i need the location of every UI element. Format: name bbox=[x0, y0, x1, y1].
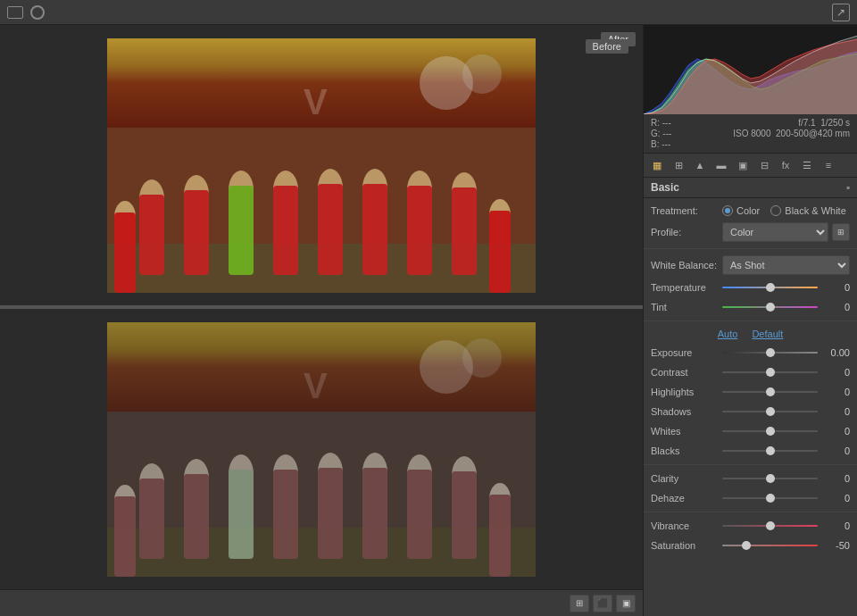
contrast-label: Contrast bbox=[651, 367, 722, 378]
clarity-value: 0 bbox=[818, 473, 850, 484]
histogram-tool-icon[interactable]: ▦ bbox=[649, 157, 665, 173]
highlights-thumb[interactable] bbox=[766, 387, 775, 396]
saturation-slider[interactable] bbox=[722, 539, 818, 552]
whites-slider[interactable] bbox=[722, 425, 818, 437]
treatment-bw[interactable]: Black & White bbox=[770, 205, 845, 216]
controls-area: Treatment: Color Black & White Profile: bbox=[644, 198, 857, 616]
treatment-radio-group: Color Black & White bbox=[722, 205, 846, 216]
profile-grid-icon[interactable]: ⊞ bbox=[832, 223, 850, 241]
dehaze-thumb[interactable] bbox=[766, 494, 775, 503]
exposure-slider[interactable] bbox=[722, 346, 818, 359]
clarity-slider[interactable] bbox=[722, 472, 818, 485]
whites-thumb[interactable] bbox=[766, 427, 775, 436]
saturation-value: -50 bbox=[818, 540, 850, 551]
split-btn[interactable]: ⬛ bbox=[593, 595, 612, 612]
profile-select[interactable]: Color bbox=[722, 222, 828, 242]
svg-text:V: V bbox=[304, 366, 328, 405]
tint-slider[interactable] bbox=[722, 301, 818, 313]
shadows-value: 0 bbox=[818, 406, 850, 417]
temperature-thumb[interactable] bbox=[766, 283, 775, 292]
vibrance-thumb[interactable] bbox=[766, 521, 775, 530]
svg-rect-40 bbox=[318, 468, 343, 559]
blacks-value: 0 bbox=[818, 445, 850, 456]
svg-rect-14 bbox=[318, 184, 343, 275]
tint-thumb[interactable] bbox=[766, 303, 775, 312]
treatment-label: Treatment: bbox=[651, 205, 722, 216]
dehaze-slider[interactable] bbox=[722, 492, 818, 504]
calibration-icon[interactable]: ☰ bbox=[799, 157, 815, 173]
circle-icon[interactable] bbox=[30, 5, 45, 20]
grid-view-icon[interactable] bbox=[7, 6, 23, 19]
temperature-label: Temperature bbox=[651, 282, 722, 293]
svg-rect-36 bbox=[229, 470, 254, 559]
blacks-thumb[interactable] bbox=[766, 446, 775, 455]
hsl-icon[interactable]: ▬ bbox=[713, 157, 729, 173]
svg-rect-46 bbox=[452, 471, 477, 559]
before-label[interactable]: Before bbox=[586, 39, 628, 54]
more-tools-icon[interactable]: ≡ bbox=[820, 157, 836, 173]
auto-default-row: Auto Default bbox=[644, 325, 857, 343]
info-bar: R: --- G: --- B: --- f/7.1 1/250 s ISO 8… bbox=[644, 114, 857, 154]
g-info: G: --- bbox=[651, 129, 671, 138]
dehaze-row: Dehaze 0 bbox=[644, 488, 857, 508]
temperature-slider[interactable] bbox=[722, 281, 818, 294]
svg-rect-20 bbox=[452, 187, 477, 275]
highlights-value: 0 bbox=[818, 387, 850, 397]
clarity-row: Clarity 0 bbox=[644, 469, 857, 488]
svg-rect-24 bbox=[489, 211, 511, 293]
r-info: R: --- bbox=[651, 118, 671, 128]
shadows-slider[interactable] bbox=[722, 405, 818, 418]
bw-radio[interactable] bbox=[770, 205, 781, 216]
blacks-slider[interactable] bbox=[722, 445, 818, 457]
photo-area: V Before After bbox=[0, 25, 643, 616]
saturation-row: Saturation -50 bbox=[644, 536, 857, 555]
shadows-thumb[interactable] bbox=[766, 407, 775, 416]
contrast-row: Contrast 0 bbox=[644, 362, 857, 382]
saturation-label: Saturation bbox=[651, 540, 722, 551]
white-balance-select[interactable]: As Shot Auto Daylight Cloudy Shade Tungs… bbox=[722, 255, 850, 275]
vibrance-row: Vibrance 0 bbox=[644, 516, 857, 536]
grid-btn[interactable]: ⊞ bbox=[570, 595, 589, 612]
exposure-label: Exposure bbox=[651, 347, 722, 358]
svg-rect-38 bbox=[273, 470, 298, 559]
contrast-thumb[interactable] bbox=[766, 368, 775, 377]
whites-label: Whites bbox=[651, 426, 722, 437]
svg-rect-42 bbox=[362, 468, 387, 559]
effects-icon[interactable]: fx bbox=[778, 157, 794, 173]
color-grading-icon[interactable]: ▣ bbox=[735, 157, 751, 173]
default-button[interactable]: Default bbox=[752, 329, 783, 339]
whites-value: 0 bbox=[818, 426, 850, 437]
tint-value: 0 bbox=[818, 302, 850, 312]
temperature-value: 0 bbox=[818, 282, 850, 293]
vibrance-value: 0 bbox=[818, 520, 850, 531]
vibrance-slider[interactable] bbox=[722, 520, 818, 532]
treatment-row: Treatment: Color Black & White bbox=[644, 202, 857, 220]
treatment-color[interactable]: Color bbox=[722, 205, 760, 216]
whites-row: Whites 0 bbox=[644, 421, 857, 441]
highlights-slider[interactable] bbox=[722, 386, 818, 398]
saturation-thumb[interactable] bbox=[742, 541, 751, 550]
exposure-row: Exposure 0.00 bbox=[644, 343, 857, 362]
tone-curve-icon[interactable]: ▲ bbox=[692, 157, 708, 173]
crop-tool-icon[interactable]: ⊞ bbox=[670, 157, 686, 173]
contrast-value: 0 bbox=[818, 367, 850, 378]
photo-bottom-toolbar: ⊞ ⬛ ▣ bbox=[0, 589, 643, 616]
blacks-row: Blacks 0 bbox=[644, 441, 857, 461]
clarity-label: Clarity bbox=[651, 473, 722, 484]
export-icon[interactable]: ↗ bbox=[832, 4, 850, 21]
panel-collapse-icon[interactable]: ▪ bbox=[846, 181, 850, 194]
clarity-thumb[interactable] bbox=[766, 474, 775, 483]
color-radio[interactable] bbox=[722, 205, 733, 216]
top-bar: ↗ bbox=[0, 0, 857, 25]
exposure-thumb[interactable] bbox=[766, 348, 775, 357]
contrast-slider[interactable] bbox=[722, 366, 818, 379]
tint-label: Tint bbox=[651, 302, 722, 312]
compare-btn[interactable]: ▣ bbox=[616, 595, 636, 612]
aperture-shutter: f/7.1 1/250 s bbox=[798, 118, 850, 128]
profile-row: Profile: Color ⊞ bbox=[644, 220, 857, 245]
detail-icon[interactable]: ⊟ bbox=[756, 157, 772, 173]
svg-rect-32 bbox=[139, 479, 164, 559]
svg-rect-34 bbox=[184, 474, 209, 559]
svg-rect-44 bbox=[407, 470, 432, 559]
auto-button[interactable]: Auto bbox=[718, 329, 738, 339]
